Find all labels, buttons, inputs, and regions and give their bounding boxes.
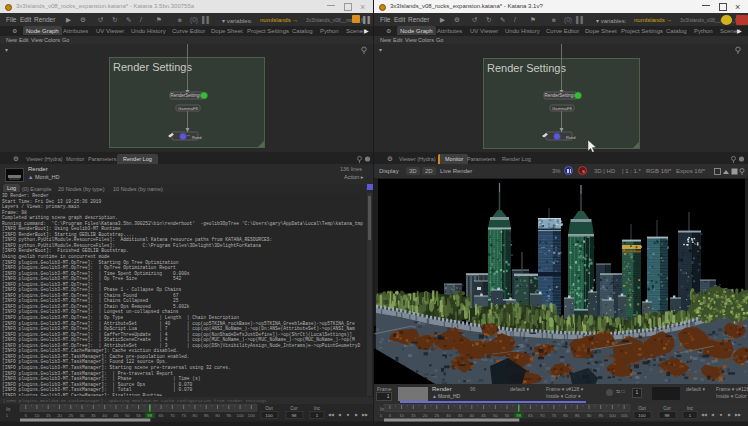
svg-text:GammaF8: GammaF8 — [552, 106, 572, 111]
svg-text:98: 98 — [516, 413, 521, 418]
svg-text:5: 5 — [24, 413, 27, 418]
svg-text:■: ■ — [720, 413, 723, 417]
svg-text:Cur: Cur — [290, 406, 298, 411]
svg-text:Inc: Inc — [314, 406, 321, 411]
svg-text:75: 75 — [552, 413, 557, 418]
svg-text:RenderSettings: RenderSettings — [544, 93, 576, 98]
svg-text:25: 25 — [434, 413, 439, 418]
svg-text:■: ■ — [347, 413, 350, 417]
svg-text:30: 30 — [80, 413, 85, 418]
svg-text:85: 85 — [575, 413, 580, 418]
svg-text:In: In — [6, 406, 10, 412]
svg-text:70: 70 — [540, 413, 545, 418]
svg-text:▶▶: ▶▶ — [735, 413, 741, 417]
svg-text:Out: Out — [638, 406, 646, 411]
svg-text:80: 80 — [563, 413, 568, 418]
svg-text:20: 20 — [57, 413, 62, 418]
svg-text:105: 105 — [248, 413, 256, 418]
svg-text:GammaF8: GammaF8 — [178, 106, 198, 111]
svg-text:95: 95 — [226, 413, 231, 418]
svg-text:55: 55 — [136, 413, 141, 418]
svg-text:Rend: Rend — [566, 135, 576, 140]
svg-text:1: 1 — [6, 413, 9, 418]
svg-text:100: 100 — [609, 413, 617, 418]
svg-text:▶: ▶ — [355, 413, 358, 417]
svg-text:65: 65 — [528, 413, 533, 418]
svg-text:100: 100 — [265, 413, 273, 418]
svg-text:50: 50 — [493, 413, 498, 418]
svg-text:75: 75 — [181, 413, 186, 418]
svg-text:RenderSettings: RenderSettings — [170, 93, 202, 98]
svg-text:40: 40 — [102, 413, 107, 418]
svg-text:50: 50 — [125, 413, 130, 418]
svg-text:1: 1 — [380, 413, 383, 418]
svg-text:Out: Out — [265, 406, 273, 411]
svg-text:In: In — [380, 406, 384, 412]
svg-text:Inc: Inc — [687, 406, 694, 411]
svg-text:105: 105 — [621, 413, 629, 418]
svg-text:▶▶: ▶▶ — [362, 413, 368, 417]
svg-text:Rend: Rend — [192, 135, 202, 140]
svg-text:98: 98 — [665, 413, 670, 418]
svg-text:90: 90 — [587, 413, 592, 418]
svg-text:98: 98 — [147, 413, 152, 418]
svg-text:95: 95 — [598, 413, 603, 418]
svg-text:80: 80 — [193, 413, 198, 418]
svg-text:100: 100 — [638, 413, 646, 418]
svg-text:◀◀: ◀◀ — [328, 413, 334, 417]
svg-text:10: 10 — [399, 413, 404, 418]
svg-text:35: 35 — [458, 413, 463, 418]
svg-text:65: 65 — [159, 413, 164, 418]
svg-text:85: 85 — [204, 413, 209, 418]
svg-text:Cur: Cur — [663, 406, 671, 411]
svg-text:55: 55 — [505, 413, 510, 418]
svg-text:35: 35 — [91, 413, 96, 418]
svg-text:45: 45 — [481, 413, 486, 418]
svg-text:30: 30 — [446, 413, 451, 418]
svg-text:15: 15 — [46, 413, 51, 418]
svg-text:45: 45 — [114, 413, 119, 418]
svg-text:100: 100 — [237, 413, 245, 418]
svg-text:◀◀: ◀◀ — [701, 413, 707, 417]
svg-text:5: 5 — [389, 413, 392, 418]
svg-text:◀: ◀ — [338, 413, 341, 417]
svg-text:98: 98 — [292, 413, 297, 418]
svg-text:40: 40 — [470, 413, 475, 418]
svg-text:▶: ▶ — [728, 413, 731, 417]
svg-text:25: 25 — [68, 413, 73, 418]
svg-text:10: 10 — [35, 413, 40, 418]
svg-text:70: 70 — [170, 413, 175, 418]
svg-text:15: 15 — [411, 413, 416, 418]
svg-text:◀: ◀ — [711, 413, 714, 417]
svg-text:20: 20 — [423, 413, 428, 418]
svg-text:90: 90 — [215, 413, 220, 418]
